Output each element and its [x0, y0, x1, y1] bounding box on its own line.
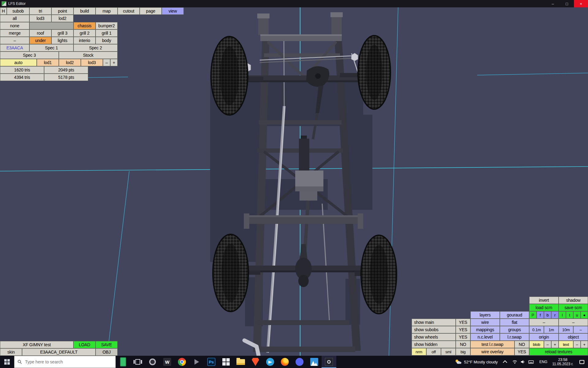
- btn-bumper2[interactable]: bumper2: [96, 22, 118, 29]
- taskbar-icon-circle-app[interactable]: [145, 356, 160, 368]
- taskbar-icon-chrome[interactable]: [175, 356, 189, 368]
- btn-flag-p[interactable]: P: [529, 311, 537, 319]
- btn-lod-minus[interactable]: –: [103, 59, 110, 66]
- btn-origin[interactable]: origin: [529, 333, 559, 341]
- btn-skin-name[interactable]: E3AACA_DEFAULT: [22, 348, 96, 356]
- btn-lr-swap[interactable]: l.r.swap: [500, 333, 529, 341]
- volume-icon[interactable]: [520, 359, 525, 364]
- btn-nrm[interactable]: nrm: [412, 348, 426, 355]
- maximize-button[interactable]: □: [560, 0, 574, 7]
- wifi-icon[interactable]: [512, 359, 517, 364]
- btn-grill3[interactable]: grill 3: [51, 29, 74, 37]
- taskbar-icon-photos[interactable]: [307, 356, 322, 368]
- taskbar-icon-phone-link[interactable]: [116, 356, 130, 368]
- btn-show-hidden[interactable]: show hidden: [412, 341, 456, 348]
- taskbar-icon-dark-app[interactable]: [189, 356, 204, 368]
- btn-dash-subob[interactable]: –: [0, 37, 29, 44]
- btn-reload-textures[interactable]: reload textures: [529, 348, 588, 355]
- btn-grill1[interactable]: grill 1: [96, 29, 118, 37]
- btn-auto[interactable]: auto: [0, 59, 37, 66]
- btn-body[interactable]: body: [96, 37, 118, 44]
- btn-spec1[interactable]: Spec 1: [29, 44, 74, 52]
- btn-dash-d1[interactable]: –: [529, 319, 559, 326]
- taskbar-icon-word[interactable]: W: [160, 356, 175, 368]
- btn-under[interactable]: under: [29, 37, 51, 44]
- close-button[interactable]: ×: [574, 0, 588, 7]
- btn-nc-level[interactable]: n.c.level: [470, 333, 500, 341]
- btn-lod3-top[interactable]: lod3: [29, 15, 51, 22]
- clock[interactable]: 23:58 11.05.2023 г.: [550, 358, 576, 366]
- keyboard-icon[interactable]: [528, 359, 534, 364]
- btn-flag-l[interactable]: l: [559, 311, 566, 319]
- btn-page[interactable]: page: [140, 7, 162, 15]
- btn-vehicle-id[interactable]: E3AACA: [0, 44, 29, 52]
- btn-merge[interactable]: merge: [0, 29, 29, 37]
- btn-flag-r[interactable]: r: [551, 311, 559, 319]
- weather-widget[interactable]: 52°F Mostly cloudy: [451, 359, 501, 365]
- btn-show-subobs[interactable]: show subobs: [412, 326, 456, 333]
- btn-model-name[interactable]: XF GIMNY test: [0, 341, 74, 348]
- btn-subob[interactable]: subob: [7, 7, 29, 15]
- taskbar-icon-file-explorer[interactable]: [233, 356, 248, 368]
- btn-dash-d2[interactable]: –: [559, 319, 588, 326]
- start-button[interactable]: [0, 356, 14, 368]
- btn-lod1[interactable]: lod1: [37, 59, 59, 66]
- btn-spec3[interactable]: Spec 3: [0, 52, 59, 59]
- taskbar-icon-task-view[interactable]: [130, 356, 145, 368]
- btn-wire-overlay[interactable]: wire overlay: [470, 348, 514, 355]
- taskbar-icon-discord[interactable]: [292, 356, 307, 368]
- btn-invert[interactable]: invert: [529, 297, 559, 304]
- btn-show-main[interactable]: show main: [412, 319, 456, 326]
- btn-flag-f[interactable]: f: [537, 311, 544, 319]
- taskbar-icon-photoshop[interactable]: Ps: [204, 356, 219, 368]
- btn-load[interactable]: LOAD: [74, 341, 96, 348]
- btn-show-main-value[interactable]: YES: [456, 319, 470, 326]
- btn-lod2-top[interactable]: lod2: [51, 15, 74, 22]
- btn-lod2[interactable]: lod2: [59, 59, 81, 66]
- btn-wire-overlay-value[interactable]: YES: [514, 348, 529, 355]
- btn-grid-dash[interactable]: –: [573, 326, 588, 333]
- btn-flag-dot[interactable]: ●: [581, 311, 588, 319]
- btn-text[interactable]: text: [559, 341, 573, 348]
- btn-wire[interactable]: wire: [470, 319, 500, 326]
- btn-test-lr-swap-value[interactable]: NO: [514, 341, 529, 348]
- btn-lod-plus[interactable]: +: [110, 59, 118, 66]
- action-center-button[interactable]: [576, 356, 588, 368]
- tray-expand[interactable]: [501, 360, 509, 364]
- taskbar-icon-brave[interactable]: [248, 356, 263, 368]
- btn-blob-minus[interactable]: –: [544, 341, 551, 348]
- btn-map[interactable]: map: [96, 7, 118, 15]
- btn-sml[interactable]: sml: [441, 348, 456, 355]
- btn-layers[interactable]: layers: [470, 311, 500, 319]
- btn-stock[interactable]: Stock: [59, 52, 118, 59]
- btn-text-minus[interactable]: –: [573, 341, 581, 348]
- btn-blob-plus[interactable]: +: [551, 341, 559, 348]
- btn-mappings[interactable]: mappings: [470, 326, 500, 333]
- btn-object[interactable]: object: [559, 333, 588, 341]
- btn-chassis[interactable]: chassis: [74, 22, 96, 29]
- taskbar-search[interactable]: [14, 356, 116, 368]
- btn-tri[interactable]: tri: [29, 7, 51, 15]
- btn-show-wheels-value[interactable]: YES: [456, 333, 470, 341]
- taskbar-icon-store[interactable]: [219, 356, 233, 368]
- btn-flag-t[interactable]: t: [566, 311, 573, 319]
- btn-gouraud[interactable]: gouraud: [500, 311, 529, 319]
- btn-show-hidden-value[interactable]: NO: [456, 341, 470, 348]
- btn-obj[interactable]: OBJ: [96, 348, 118, 356]
- taskbar-icon-firefox[interactable]: [277, 356, 292, 368]
- btn-blob[interactable]: blob: [529, 341, 544, 348]
- btn-build[interactable]: build: [74, 7, 96, 15]
- btn-point[interactable]: point: [51, 7, 74, 15]
- btn-roof[interactable]: roof: [29, 29, 51, 37]
- btn-all[interactable]: all: [0, 15, 29, 22]
- btn-flag-u[interactable]: u: [573, 311, 581, 319]
- btn-cutout[interactable]: cutout: [118, 7, 140, 15]
- btn-none[interactable]: none: [0, 22, 29, 29]
- btn-lights[interactable]: lights: [51, 37, 74, 44]
- taskbar-icon-lfs-editor[interactable]: [322, 356, 336, 368]
- btn-h[interactable]: H: [0, 7, 7, 15]
- btn-spec2[interactable]: Spec 2: [74, 44, 118, 52]
- btn-grid-1m[interactable]: 1m: [544, 326, 559, 333]
- btn-interio[interactable]: interio: [74, 37, 96, 44]
- btn-shadow[interactable]: shadow: [559, 297, 588, 304]
